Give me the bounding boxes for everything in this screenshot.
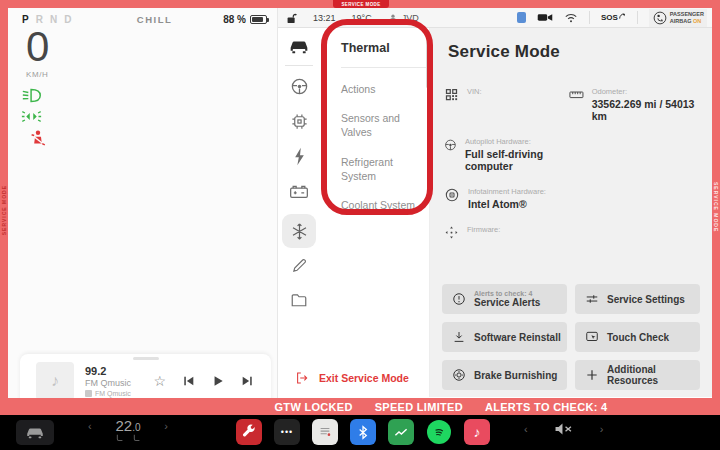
autopilot-hardware-value: Full self-driving computer — [465, 148, 569, 172]
download-icon — [452, 330, 466, 344]
vehicle-controls-button[interactable] — [16, 420, 54, 445]
submenu-divider — [341, 67, 429, 68]
next-track-icon[interactable] — [241, 375, 253, 387]
sidebar-item-infotainment[interactable] — [290, 109, 309, 133]
volume-up-chevron[interactable]: › — [600, 423, 604, 435]
play-icon[interactable] — [212, 375, 224, 387]
service-alerts-button[interactable]: Alerts to check: 4 Service Alerts — [442, 284, 567, 314]
sidebar-item-files[interactable] — [290, 288, 308, 312]
car-icon — [25, 426, 45, 440]
sos-label: SOS — [601, 13, 618, 22]
temp-up-chevron[interactable]: › — [164, 420, 168, 432]
software-reinstall-button[interactable]: Software Reinstall — [442, 322, 567, 352]
ruler-icon — [569, 87, 584, 102]
volume-muted-icon[interactable] — [554, 422, 574, 436]
app-service-wrench[interactable] — [236, 419, 262, 445]
brake-burnishing-button[interactable]: Brake Burnishing — [442, 360, 567, 390]
volume-control[interactable]: ‹ › — [524, 422, 603, 436]
submenu-item-sensors-valves[interactable]: Sensors and Valves — [341, 111, 425, 139]
brake-disc-icon — [452, 368, 466, 382]
snowflake-icon — [290, 222, 309, 241]
seat-heater-right-icon[interactable] — [132, 434, 141, 442]
service-mode-edge-label-left: SERVICE MODE — [1, 185, 7, 235]
submenu-item-coolant[interactable]: Coolant System — [341, 198, 425, 212]
steering-wheel-icon — [290, 77, 309, 96]
sidebar-item-high-voltage[interactable] — [292, 144, 307, 168]
sos-button[interactable]: SOS — [601, 13, 626, 22]
sidebar-item-notes[interactable] — [291, 253, 308, 277]
chart-line-icon — [393, 424, 409, 440]
cabin-temp-value: 22 — [115, 417, 132, 434]
service-mode-edge-label-right: SERVICE MODE — [713, 182, 719, 232]
firmware-value — [467, 236, 500, 248]
seatbelt-warning-icon — [30, 130, 46, 147]
source-badge-icon — [85, 390, 92, 397]
exit-service-mode-button[interactable]: Exit Service Mode — [295, 371, 409, 385]
sos-arrow-icon — [619, 13, 626, 20]
position-lights-icon — [21, 110, 46, 123]
sliders-icon — [585, 292, 599, 306]
climate-control[interactable]: ‹ 22.0 › — [88, 417, 168, 442]
app-bluetooth[interactable] — [350, 419, 376, 445]
app-charts[interactable] — [388, 419, 414, 445]
submenu-item-actions[interactable]: Actions — [341, 82, 425, 96]
person-icon — [388, 13, 398, 23]
cabin-temp-decimal: .0 — [132, 422, 140, 433]
exit-service-mode-label: Exit Service Mode — [319, 372, 409, 384]
favorite-icon[interactable]: ☆ — [153, 373, 166, 389]
wifi-icon[interactable] — [564, 12, 578, 23]
speedometer: 0 KM/H — [26, 26, 49, 79]
instrument-cluster: P R N D CHILL 88 % 0 KM/H — [8, 8, 278, 398]
music-note-icon: ♪ — [51, 372, 59, 390]
firmware-label: Firmware: — [467, 225, 500, 234]
sidebar-item-low-voltage[interactable] — [289, 179, 309, 203]
app-spotify[interactable] — [426, 419, 452, 445]
media-source: FM Qmusic — [95, 390, 131, 397]
banner-speed-limited: SPEED LIMITED — [375, 401, 463, 413]
odometer-field: Odometer: 33562.269 mi / 54013 km — [569, 87, 704, 122]
drive-mode-label: CHILL — [86, 14, 223, 25]
additional-resources-button[interactable]: Additional Resources — [575, 360, 700, 390]
service-settings-label: Service Settings — [607, 294, 685, 305]
profile-button[interactable]: JVD — [388, 13, 419, 23]
submenu-item-refrigerant[interactable]: Refrigerant System — [341, 155, 425, 183]
volume-down-chevron[interactable]: ‹ — [524, 423, 528, 435]
album-art: ♪ — [36, 362, 74, 400]
app-radio[interactable] — [312, 419, 338, 445]
infotainment-hardware-field: Infotainment Hardware: Intel Atom® — [444, 187, 569, 210]
passenger-airbag-status: PASSENGER AIRBAG ON — [649, 9, 707, 27]
divider — [589, 11, 590, 24]
service-settings-button[interactable]: Service Settings — [575, 284, 700, 314]
temp-down-chevron[interactable]: ‹ — [88, 420, 92, 432]
submenu-title: Thermal — [341, 41, 429, 55]
folder-icon — [290, 293, 308, 308]
sidebar-item-thermal-selected[interactable] — [282, 214, 316, 248]
exit-icon — [295, 371, 309, 385]
speed-value: 0 — [26, 26, 49, 68]
battery-icon — [250, 15, 267, 24]
pencil-icon — [291, 257, 308, 274]
unlocked-icon[interactable] — [286, 12, 297, 24]
status-bar: 13:21 19°C JVD SOS — [278, 8, 712, 28]
sidebar-divider — [285, 65, 313, 66]
previous-track-icon[interactable] — [183, 375, 195, 387]
vin-field: VIN: — [444, 87, 569, 122]
low-beam-icon — [21, 88, 46, 103]
dashcam-icon[interactable] — [537, 12, 553, 23]
sidebar-item-autopilot[interactable] — [290, 74, 309, 98]
submenu-scrollbar[interactable] — [426, 30, 429, 88]
additional-resources-label: Additional Resources — [607, 364, 677, 386]
battery-status: 88 % — [223, 14, 267, 25]
autopilot-hardware-label: Autopilot Hardware: — [465, 137, 569, 146]
steering-wheel-icon — [444, 137, 457, 153]
app-more[interactable]: ••• — [274, 419, 300, 445]
profile-name: JVD — [402, 13, 419, 23]
chip-icon — [444, 187, 460, 203]
seat-heater-left-icon[interactable] — [115, 434, 124, 442]
touch-check-button[interactable]: Touch Check — [575, 322, 700, 352]
media-drag-handle[interactable] — [133, 357, 159, 360]
ellipsis-icon: ••• — [281, 427, 293, 437]
service-sidebar — [278, 28, 320, 397]
app-music[interactable]: ♪ — [464, 419, 490, 445]
sidebar-item-vehicle[interactable] — [289, 34, 309, 58]
